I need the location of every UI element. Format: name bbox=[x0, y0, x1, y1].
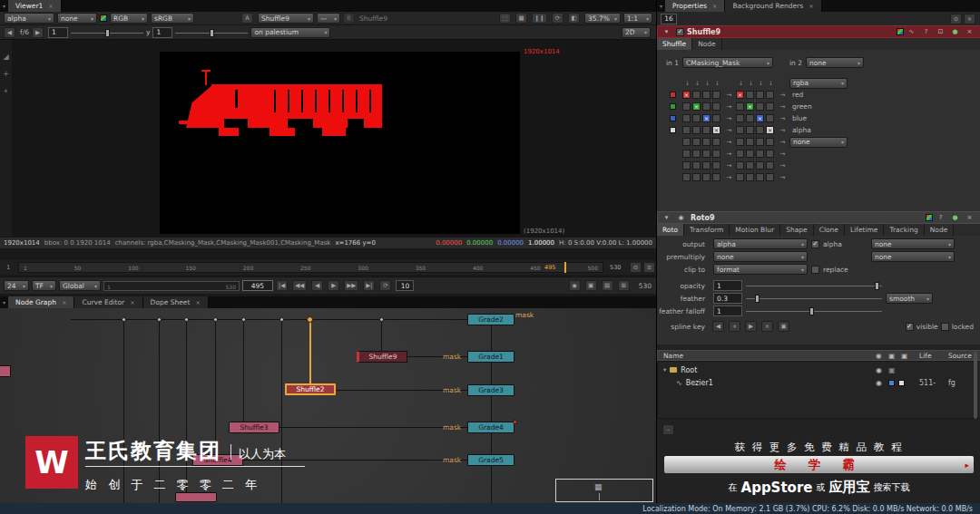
tab-tracking[interactable]: Tracking bbox=[884, 224, 924, 236]
feather-slider[interactable] bbox=[746, 294, 882, 303]
gamma-slider[interactable] bbox=[175, 28, 248, 37]
list-item-bezier[interactable]: ∿ Bezier1 ◉ 511- fg bbox=[658, 377, 980, 388]
input-a-dropdown[interactable]: Shuffle9▾ bbox=[258, 13, 314, 24]
matrix-checkbox[interactable]: × bbox=[756, 114, 764, 122]
matrix-checkbox[interactable] bbox=[766, 138, 774, 146]
goto-start-button[interactable]: |◀ bbox=[276, 280, 288, 291]
tab-node-graph[interactable]: Node Graph× bbox=[8, 296, 74, 308]
matrix-checkbox[interactable]: × bbox=[766, 126, 774, 134]
node-enable-checkbox[interactable]: ✓ bbox=[676, 28, 684, 36]
premultiply-dropdown[interactable]: none▾ bbox=[713, 251, 808, 262]
next-key-button[interactable]: ▶ bbox=[745, 321, 757, 332]
locked-checkbox[interactable] bbox=[941, 323, 949, 331]
gain-left-icon[interactable]: ◀ bbox=[4, 27, 15, 38]
node-connector-dot[interactable] bbox=[241, 317, 246, 322]
node-partial-left[interactable] bbox=[0, 365, 11, 377]
matrix-checkbox[interactable] bbox=[682, 102, 691, 111]
replace-checkbox[interactable] bbox=[811, 266, 819, 274]
playhead[interactable] bbox=[564, 262, 566, 273]
list-item-root[interactable]: ▾ Root ◉ ▣ bbox=[658, 364, 980, 375]
layer-dropdown[interactable]: alpha▾ bbox=[4, 13, 54, 24]
fullscreen-icon[interactable]: ⊞ bbox=[618, 280, 630, 291]
close-icon[interactable]: × bbox=[965, 27, 975, 36]
step-back-button[interactable]: ◀ bbox=[311, 280, 323, 291]
lock-column-icon[interactable]: ▣ bbox=[888, 352, 895, 360]
tab-properties[interactable]: Properties× bbox=[665, 0, 725, 12]
matrix-checkbox[interactable] bbox=[682, 138, 691, 146]
refresh-icon[interactable]: ⟳ bbox=[552, 13, 564, 24]
shuffle-node-name[interactable]: Shuffle9 bbox=[687, 28, 720, 36]
in2-dropdown[interactable]: none▾ bbox=[806, 57, 864, 68]
frame-range-dropdown[interactable]: Global▾ bbox=[59, 280, 101, 291]
crosshair-tool-icon[interactable]: + bbox=[3, 70, 9, 78]
curve-icon[interactable]: ∿ bbox=[906, 27, 916, 36]
node-grade5[interactable]: Grade5 bbox=[467, 454, 514, 466]
matrix-checkbox[interactable] bbox=[736, 114, 744, 122]
matrix-checkbox[interactable] bbox=[702, 173, 710, 181]
overlay-dropdown[interactable]: none▾ bbox=[57, 13, 97, 24]
out1-dropdown[interactable]: rgba▾ bbox=[789, 78, 848, 89]
current-frame-field[interactable]: 495 bbox=[242, 280, 273, 291]
select-tool-icon[interactable]: ◢ bbox=[3, 53, 8, 61]
matrix-checkbox[interactable] bbox=[682, 161, 691, 170]
close-icon[interactable]: × bbox=[195, 299, 200, 306]
pin-icon[interactable]: ⊙ bbox=[950, 14, 962, 24]
matrix-checkbox[interactable] bbox=[702, 138, 710, 146]
tab-roto[interactable]: Roto bbox=[657, 224, 684, 236]
key-options-icon[interactable]: ▣ bbox=[778, 321, 789, 332]
output2-dropdown[interactable]: none▾ bbox=[871, 238, 955, 249]
node-connector-dot[interactable] bbox=[184, 317, 189, 322]
viewer-image[interactable] bbox=[160, 52, 520, 234]
close-icon[interactable]: × bbox=[808, 3, 813, 10]
tab-lifetime[interactable]: Lifetime bbox=[845, 224, 884, 236]
fps-dropdown[interactable]: 24▾ bbox=[4, 280, 29, 291]
panel-menu-icon[interactable]: ▾ bbox=[0, 296, 8, 308]
close-icon[interactable]: × bbox=[48, 3, 53, 10]
camera-node-icon[interactable]: ▦ bbox=[594, 482, 603, 491]
matrix-checkbox[interactable] bbox=[766, 91, 774, 99]
clear-panels-icon[interactable]: × bbox=[964, 14, 975, 24]
matrix-checkbox[interactable] bbox=[692, 150, 701, 158]
matrix-checkbox[interactable] bbox=[736, 138, 744, 146]
node-color-swatch-icon[interactable] bbox=[897, 28, 904, 35]
matrix-checkbox[interactable] bbox=[692, 91, 701, 99]
tab-node[interactable]: Node bbox=[692, 38, 722, 50]
frame-increment-field[interactable]: 10 bbox=[396, 280, 414, 291]
proxy-toggle-icon[interactable]: ▦ bbox=[515, 13, 527, 24]
cache-icon[interactable]: ▣ bbox=[585, 280, 597, 291]
zoom-dropdown[interactable]: 35.7%▾ bbox=[584, 13, 621, 24]
visibility-icon[interactable]: ◉ bbox=[876, 379, 882, 387]
feather-type-dropdown[interactable]: smooth▾ bbox=[886, 293, 933, 304]
matrix-checkbox[interactable] bbox=[756, 102, 764, 111]
column-source[interactable]: Source bbox=[948, 352, 972, 360]
matrix-checkbox[interactable] bbox=[712, 102, 720, 111]
matrix-checkbox[interactable] bbox=[712, 138, 720, 146]
minimize-dot-icon[interactable]: ● bbox=[950, 213, 960, 222]
tab-viewer1[interactable]: Viewer1 × bbox=[8, 0, 62, 12]
tab-curve-editor[interactable]: Curve Editor× bbox=[74, 296, 142, 308]
matrix-checkbox[interactable] bbox=[712, 161, 720, 170]
matrix-checkbox[interactable] bbox=[712, 150, 720, 158]
premultiply2-dropdown[interactable]: none▾ bbox=[871, 251, 955, 262]
close-icon[interactable]: × bbox=[712, 3, 717, 10]
matrix-checkbox[interactable] bbox=[682, 114, 691, 122]
add-key-button[interactable]: + bbox=[729, 321, 740, 332]
help-icon[interactable]: ? bbox=[936, 213, 946, 222]
help-icon[interactable]: ? bbox=[921, 27, 931, 36]
matrix-checkbox[interactable]: × bbox=[702, 114, 710, 122]
tab-shuffle[interactable]: Shuffle bbox=[657, 38, 692, 50]
play-button[interactable]: ▶ bbox=[328, 280, 339, 291]
gain-right-icon[interactable]: ▶ bbox=[32, 27, 44, 38]
matrix-checkbox[interactable] bbox=[702, 102, 710, 111]
max-panels-field[interactable]: 16 bbox=[661, 14, 677, 24]
matrix-checkbox[interactable] bbox=[682, 173, 691, 181]
backdrop-node[interactable]: ▦ bbox=[555, 479, 653, 502]
color-column-icon[interactable]: ▣ bbox=[901, 352, 907, 360]
clip-to-dropdown[interactable]: format▾ bbox=[713, 264, 808, 275]
close-icon[interactable]: × bbox=[965, 213, 975, 222]
matrix-checkbox[interactable] bbox=[682, 150, 691, 158]
node-grade2[interactable]: Grade2 bbox=[467, 314, 514, 325]
visibility-icon[interactable]: ◉ bbox=[876, 366, 882, 374]
input-a-button[interactable]: A bbox=[241, 13, 253, 24]
minimize-dot-icon[interactable]: ● bbox=[950, 27, 960, 36]
